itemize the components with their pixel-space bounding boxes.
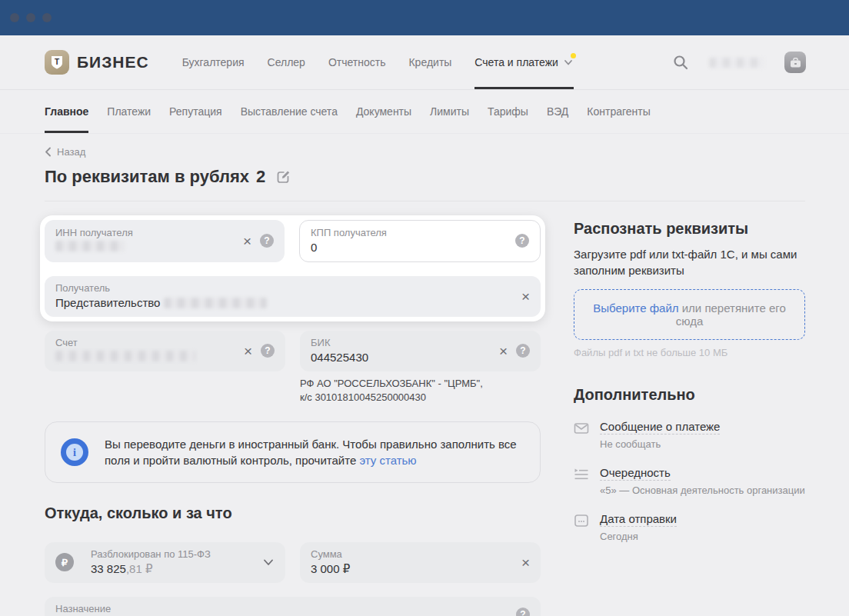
account-value-redacted xyxy=(55,351,195,361)
info-icon: i xyxy=(61,438,88,466)
chevron-down-icon[interactable] xyxy=(262,556,275,568)
recognize-description: Загрузите pdf или txt-файл 1С, и мы сами… xyxy=(574,246,805,278)
window-control-dot[interactable] xyxy=(42,13,52,22)
edit-icon[interactable] xyxy=(275,169,291,185)
subnav-item-limity[interactable]: Лимиты xyxy=(421,90,478,133)
top-navigation: Бухгалтерия Селлер Отчетность Кредиты Сч… xyxy=(171,35,585,89)
app-header: Т БИЗНЕС Бухгалтерия Селлер Отчетность К… xyxy=(0,35,849,90)
clear-icon[interactable] xyxy=(244,344,252,358)
subnav-item-ved[interactable]: ВЭД xyxy=(538,90,578,133)
account-field[interactable]: Счет xyxy=(45,331,285,371)
additional-title: Дополнительно xyxy=(574,386,805,404)
search-icon[interactable] xyxy=(672,54,689,71)
help-icon[interactable] xyxy=(260,234,274,248)
t-shield-icon: Т xyxy=(45,50,69,75)
file-size-hint: Файлы pdf и txt не больше 10 МБ xyxy=(574,347,805,358)
brand-logo[interactable]: Т БИЗНЕС xyxy=(45,50,149,75)
amount-field[interactable]: Сумма 3 000 ₽ xyxy=(300,542,541,583)
clear-icon[interactable] xyxy=(521,555,530,570)
section-title-amount: Откуда, сколько и за что xyxy=(45,504,541,522)
from-account-select[interactable]: ₽ Разблокирован по 115-ФЗ 33 825,81 ₽ xyxy=(45,542,285,583)
back-button[interactable]: Назад xyxy=(45,146,85,158)
payment-message-link[interactable]: Сообщение о платеже xyxy=(600,420,720,435)
envelope-icon xyxy=(574,420,589,450)
nav-item-buhgalteria[interactable]: Бухгалтерия xyxy=(171,35,256,89)
recognize-title: Распознать реквизиты xyxy=(574,220,805,238)
help-icon[interactable] xyxy=(515,234,529,248)
send-date-item: Дата отправки Сегодня xyxy=(574,512,805,542)
nav-item-accounts-payments[interactable]: Счета и платежи xyxy=(463,35,585,89)
help-icon[interactable] xyxy=(516,608,530,616)
bank-info: РФ АО "РОССЕЛЬХОЗБАНК" - "ЦРМБ", к/с 301… xyxy=(300,377,541,405)
nav-item-kredity[interactable]: Кредиты xyxy=(397,35,463,89)
inn-value-redacted xyxy=(55,241,125,251)
chevron-down-icon xyxy=(563,57,574,68)
nav-item-otchetnost[interactable]: Отчетность xyxy=(317,35,398,89)
clear-icon[interactable] xyxy=(243,234,251,248)
page-title-number: 2 xyxy=(256,167,265,187)
sub-navigation: Главное Платежи Репутация Выставление сч… xyxy=(0,90,849,134)
divider xyxy=(45,201,805,201)
payment-message-item: Сообщение о платеже Не сообщать xyxy=(574,420,805,450)
send-date-link[interactable]: Дата отправки xyxy=(600,512,677,527)
article-link[interactable]: эту статью xyxy=(359,454,416,467)
user-name-redacted xyxy=(709,58,764,68)
brand-name: БИЗНЕС xyxy=(77,53,149,72)
ruble-icon: ₽ xyxy=(55,553,74,571)
avatar[interactable] xyxy=(784,52,806,73)
page-title: По реквизитам в рублях xyxy=(45,167,249,187)
calendar-icon xyxy=(574,512,589,542)
subnav-item-tarify[interactable]: Тарифы xyxy=(478,90,538,133)
recipient-value-redacted xyxy=(164,298,267,308)
chevron-left-icon xyxy=(45,147,52,157)
kpp-field[interactable]: КПП получателя 0 xyxy=(299,220,541,262)
recipient-field[interactable]: Получатель Представительство xyxy=(45,276,541,317)
subnav-item-platezhi[interactable]: Платежи xyxy=(98,90,160,133)
queue-icon xyxy=(574,466,589,496)
choose-file-link[interactable]: Выберите файл xyxy=(593,301,678,315)
help-icon[interactable] xyxy=(261,344,275,358)
window-control-dot[interactable] xyxy=(10,13,19,22)
priority-item: Очередность «5» — Основная деятельность … xyxy=(574,466,805,496)
notification-badge xyxy=(571,53,576,58)
requisites-card: ИНН получателя КПП получателя 0 xyxy=(40,215,545,321)
nav-item-seller[interactable]: Селлер xyxy=(256,35,317,89)
bik-field[interactable]: БИК 044525430 xyxy=(300,331,541,371)
inn-field[interactable]: ИНН получателя xyxy=(45,220,285,262)
svg-text:i: i xyxy=(73,447,76,458)
priority-link[interactable]: Очередность xyxy=(600,466,671,481)
window-control-dot[interactable] xyxy=(26,13,35,22)
clear-icon[interactable] xyxy=(521,289,530,304)
subnav-item-reputacia[interactable]: Репутация xyxy=(160,90,231,133)
svg-text:Т: Т xyxy=(55,58,59,66)
window-titlebar xyxy=(0,0,849,35)
clear-icon[interactable] xyxy=(499,344,508,358)
subnav-item-kontragenty[interactable]: Контрагенты xyxy=(578,90,659,133)
subnav-item-dokumenty[interactable]: Документы xyxy=(347,90,421,133)
help-icon[interactable] xyxy=(516,344,530,358)
subnav-item-glavnoe[interactable]: Главное xyxy=(45,90,98,133)
foreign-bank-notice: i Вы переводите деньги в иностранный бан… xyxy=(45,421,541,483)
purpose-field[interactable]: Назначение {VO11100}Оплата за трансформа… xyxy=(45,597,541,616)
subnav-item-vystavlenie[interactable]: Выставление счета xyxy=(231,90,347,133)
file-dropzone[interactable]: Выберите файл или перетяните его сюда xyxy=(574,289,805,340)
